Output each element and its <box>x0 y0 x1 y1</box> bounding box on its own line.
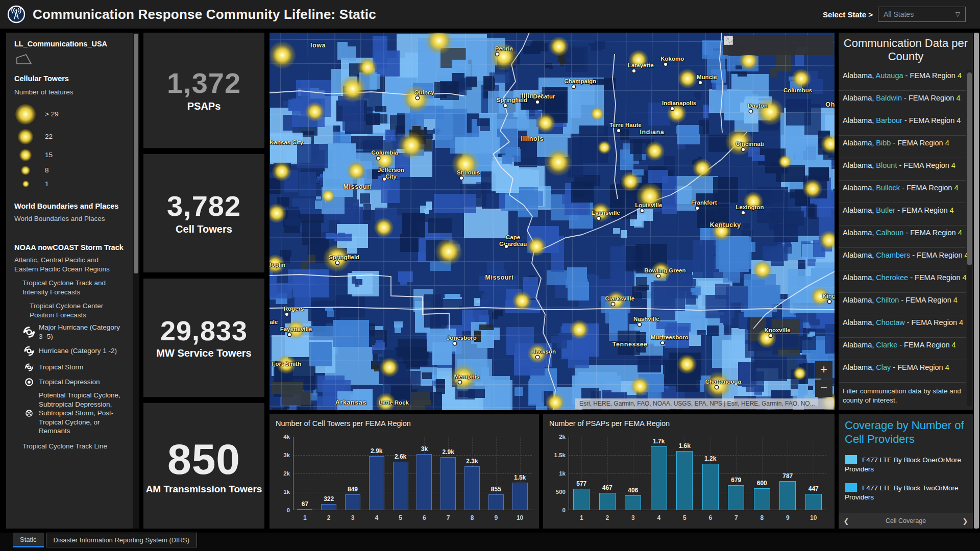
bar-region-5[interactable] <box>393 462 408 510</box>
coverage-item-label: F477 LTE By Block OnerOrMore Providers <box>845 456 961 473</box>
fema-region-number: 4 <box>945 363 949 371</box>
county-row[interactable]: Alabama, Butler - FEMA Region 4 <box>839 203 966 226</box>
county-row[interactable]: Alabama, Barbour - FEMA Region 4 <box>839 113 966 136</box>
bar-region-9[interactable] <box>779 481 796 510</box>
chart-psaps-per-fema-region: Number of PSAPs per FEMA Region 05001k1.… <box>543 414 835 529</box>
county-row[interactable]: Alabama, Clay - FEMA Region 4 <box>839 360 966 383</box>
fema-region-number: 4 <box>952 341 956 349</box>
fema-region-number: 4 <box>950 206 954 214</box>
x-axis-tick-label: 3 <box>351 514 355 521</box>
prev-arrow-icon[interactable]: ❮ <box>839 513 854 529</box>
county-row[interactable]: Alabama, Baldwin - FEMA Region 4 <box>839 91 966 113</box>
county-row[interactable]: Alabama, Autauga - FEMA Region 4 <box>839 68 966 91</box>
county-name: Clarke <box>876 341 897 349</box>
legend-scrollbar[interactable] <box>133 33 139 529</box>
next-arrow-icon[interactable]: ❯ <box>958 513 973 529</box>
legend-icon[interactable] <box>772 39 784 51</box>
layers-icon[interactable] <box>794 39 806 51</box>
bar-value-label: 1.5k <box>514 474 526 481</box>
legend-size-label: 8 <box>45 166 49 174</box>
bar-value-label: 2.3k <box>466 458 478 465</box>
chart-title: Number of Cell Towers per FEMA Region <box>270 414 539 428</box>
stat-value: 1,372 <box>167 68 241 98</box>
county-row[interactable]: Alabama, Bullock - FEMA Region 4 <box>839 181 966 203</box>
bar-region-8[interactable] <box>464 466 480 510</box>
bar-region-4[interactable] <box>369 456 384 510</box>
polygon-shape-icon <box>15 53 128 67</box>
storm-legend-label: Tropical Depression <box>39 378 125 387</box>
county-row[interactable]: Alabama, Cherokee - FEMA Region 4 <box>839 270 966 293</box>
bar-region-5[interactable] <box>676 451 693 510</box>
y-axis <box>569 437 569 510</box>
county-name: Blount <box>876 161 897 169</box>
bar-value-label: 679 <box>731 477 741 484</box>
storm-legend-label: Tropical Storm <box>39 363 125 372</box>
bar-value-label: 447 <box>808 485 819 492</box>
bar-region-1[interactable] <box>573 489 590 510</box>
legend-center-forecasts: Tropical Cyclone Center Position Forecas… <box>30 302 117 319</box>
bar-region-10[interactable] <box>512 483 528 510</box>
bar-value-label: 322 <box>324 495 334 503</box>
zoom-out-button[interactable]: − <box>815 380 832 397</box>
county-list-scrollbar[interactable] <box>967 70 972 406</box>
legend-size-label: 15 <box>45 151 53 159</box>
fema-region-number: 4 <box>957 116 961 124</box>
x-axis-tick-label: 10 <box>517 514 523 521</box>
county-name: Calhoun <box>876 229 903 237</box>
legend-size-label: 22 <box>45 133 53 140</box>
x-axis-tick-label: 6 <box>423 514 426 521</box>
state-select-value: All States <box>884 7 914 21</box>
bottom-tab-bar: Static Disaster Information Reporting Sy… <box>0 533 980 551</box>
tower-cluster-dot-icon <box>21 166 30 175</box>
x-axis <box>569 510 826 510</box>
potential-cyclone-icon <box>21 409 37 418</box>
y-axis-tick-label: 0 <box>287 507 290 513</box>
tab-static[interactable]: Static <box>13 533 44 547</box>
bar-region-2[interactable] <box>599 493 616 510</box>
legend-size-row: 1 <box>14 178 128 191</box>
hurricane-icon <box>21 344 37 358</box>
bar-region-7[interactable] <box>728 485 744 510</box>
legend-size-row: 8 <box>14 163 128 178</box>
county-row[interactable]: Alabama, Blount - FEMA Region 4 <box>839 158 966 181</box>
county-row[interactable]: Alabama, Clarke - FEMA Region 4 <box>839 338 966 360</box>
bar-region-10[interactable] <box>805 494 822 510</box>
zoom-in-button[interactable]: + <box>815 361 832 379</box>
bar-region-9[interactable] <box>488 494 504 510</box>
basemap-icon[interactable] <box>817 39 829 51</box>
county-row[interactable]: Alabama, Bibb - FEMA Region 4 <box>839 136 966 158</box>
stat-value: 850 <box>167 437 240 482</box>
state-select-dropdown[interactable]: All States ▽ <box>878 7 966 22</box>
bar-region-6[interactable] <box>416 454 432 510</box>
county-row[interactable]: Alabama, Chilton - FEMA Region 4 <box>839 293 966 315</box>
x-axis-tick-label: 9 <box>786 514 790 521</box>
bar-region-6[interactable] <box>702 464 719 510</box>
fema-region-number: 4 <box>959 318 963 327</box>
county-name: Clay <box>876 363 891 371</box>
map-attribution: Esri, HERE, Garmin, FAO, NOAA, USGS, EPA… <box>575 398 834 409</box>
tab-dirs[interactable]: Disaster Information Reporting System (D… <box>46 533 198 547</box>
map-zoom-control: + − <box>815 361 832 398</box>
x-axis-tick-label: 2 <box>605 514 609 521</box>
bar-region-8[interactable] <box>754 488 770 510</box>
home-icon[interactable] <box>749 39 762 51</box>
storm-legend-row: Potential Tropical Cyclone, Subtropical … <box>21 391 128 436</box>
county-row[interactable]: Alabama, Choctaw - FEMA Region 4 <box>839 315 966 338</box>
bar-region-7[interactable] <box>440 457 456 510</box>
x-axis-tick-label: 4 <box>375 514 378 521</box>
coverage-title: Coverage by Number of Cell Providers <box>845 418 967 446</box>
hurricane-major-icon <box>21 325 37 339</box>
bar-region-4[interactable] <box>651 446 667 510</box>
chart-vgridline <box>305 437 305 510</box>
legend-world-sub: World Boundaries and Places <box>14 214 128 223</box>
page-scrollbar[interactable] <box>974 33 979 529</box>
chart-cell-towers-per-fema-region: Number of Cell Towers per FEMA Region 01… <box>270 414 539 529</box>
coverage-map[interactable]: IowaPeoriaKokomoLafayetteMuncieChampaign… <box>270 33 835 410</box>
county-row[interactable]: Alabama, Calhoun - FEMA Region 4 <box>839 226 966 248</box>
bar-value-label: 1.6k <box>679 442 691 449</box>
county-row[interactable]: Alabama, Chambers - FEMA Region 4 <box>839 248 966 270</box>
stat-card-am-towers: 850 AM Transmission Towers <box>143 403 264 529</box>
bar-region-3[interactable] <box>345 494 360 510</box>
y-axis-tick-label: 2k <box>559 434 566 440</box>
bar-region-3[interactable] <box>625 495 641 510</box>
